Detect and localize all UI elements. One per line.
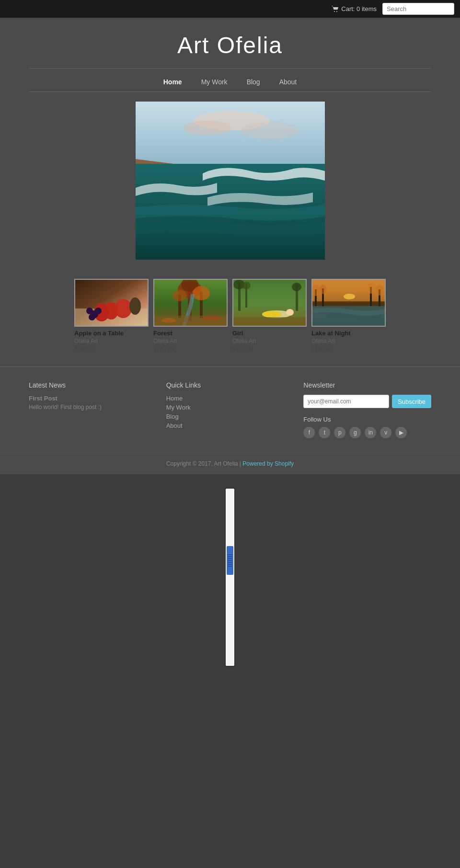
- scrollbar-line-4: [228, 560, 232, 561]
- svg-point-18: [129, 297, 141, 315]
- product-vendor-forest: Ofelia Art: [153, 338, 228, 344]
- scrollbar-line-5: [228, 562, 232, 563]
- top-bar: Cart: 0 items: [0, 0, 460, 18]
- copyright-text: Copyright © 2017, Art Ofelia |: [166, 460, 241, 467]
- footer-quick-links: Quick Links Home My Work Blog About: [166, 381, 294, 438]
- product-price-girl: $210.00: [232, 345, 307, 352]
- product-card-girl[interactable]: Girl Ofelia Art $210.00: [232, 279, 307, 352]
- search-input[interactable]: [382, 3, 454, 15]
- scrollbar-thumb[interactable]: [227, 546, 233, 575]
- svg-rect-40: [233, 317, 307, 327]
- svg-point-26: [172, 290, 187, 301]
- cart-label: Cart: 0 items: [341, 5, 377, 12]
- svg-point-16: [95, 308, 102, 314]
- footer-news-heading: Latest News: [29, 381, 157, 389]
- nav-blog[interactable]: Blog: [247, 78, 260, 86]
- svg-point-51: [376, 285, 383, 296]
- vimeo-icon[interactable]: v: [380, 427, 391, 438]
- product-card-lake[interactable]: Lake at Night Ofelia Art $230.00: [311, 279, 386, 352]
- product-card-apple[interactable]: Apple on a Table Ofelia Art $180.00: [74, 279, 149, 352]
- newsletter-email-input[interactable]: [303, 395, 389, 408]
- follow-us-label: Follow Us: [303, 416, 431, 423]
- newsletter-form: Subscribe: [303, 395, 431, 408]
- powered-by-shopify[interactable]: Powered by Shopify: [242, 460, 294, 467]
- hero-painting: [136, 102, 325, 260]
- svg-point-17: [89, 314, 95, 320]
- footer-link-mywork[interactable]: My Work: [166, 404, 294, 411]
- svg-point-24: [193, 286, 210, 300]
- copyright: Copyright © 2017, Art Ofelia | Powered b…: [0, 453, 460, 474]
- scrollbar-line-1: [228, 554, 232, 555]
- svg-point-29: [202, 315, 221, 321]
- svg-point-38: [262, 311, 281, 318]
- subscribe-button[interactable]: Subscribe: [392, 395, 431, 408]
- main-nav: Home My Work Blog About: [0, 73, 460, 91]
- youtube-icon[interactable]: ▶: [395, 427, 407, 438]
- cart-icon: [332, 5, 339, 13]
- footer-post-desc: Hello world! First blog post :): [29, 404, 157, 411]
- footer-newsletter-heading: Newsletter: [303, 381, 431, 389]
- svg-point-43: [344, 294, 355, 299]
- nav-my-work[interactable]: My Work: [201, 78, 228, 86]
- svg-point-5: [241, 122, 299, 139]
- product-name-apple: Apple on a Table: [74, 330, 149, 337]
- svg-point-47: [320, 285, 326, 294]
- twitter-icon[interactable]: t: [319, 427, 330, 438]
- google-plus-icon[interactable]: g: [349, 427, 361, 438]
- footer: Latest News First Post Hello world! Firs…: [0, 366, 460, 453]
- social-icons: f t p g in v ▶: [303, 427, 431, 438]
- footer-link-home[interactable]: Home: [166, 395, 294, 402]
- hero-container: [0, 102, 460, 274]
- svg-point-4: [184, 121, 231, 135]
- product-vendor-lake: Ofelia Art: [311, 338, 386, 344]
- scrollbar-track[interactable]: [226, 489, 234, 666]
- product-vendor-apple: Ofelia Art: [74, 338, 149, 344]
- product-thumb-lake: [311, 279, 386, 327]
- svg-point-34: [292, 283, 301, 291]
- scrollbar-line-6: [228, 564, 232, 565]
- svg-point-39: [286, 309, 294, 316]
- product-price-forest: $280.00: [153, 345, 228, 352]
- footer-newsletter: Newsletter Subscribe Follow Us f t p g i…: [303, 381, 431, 438]
- bottom-area: [0, 474, 460, 868]
- cart-info[interactable]: Cart: 0 items: [332, 5, 377, 13]
- svg-point-49: [367, 282, 375, 294]
- footer-quick-links-heading: Quick Links: [166, 381, 294, 389]
- footer-link-about[interactable]: About: [166, 422, 294, 429]
- nav-home[interactable]: Home: [163, 78, 182, 86]
- product-name-lake: Lake at Night: [311, 330, 386, 337]
- svg-point-0: [334, 11, 335, 12]
- footer-post-title[interactable]: First Post: [29, 395, 157, 402]
- scrollbar-line-2: [228, 556, 232, 557]
- product-price-apple: $180.00: [74, 345, 149, 352]
- svg-point-36: [242, 282, 251, 289]
- scrollbar-line-7: [228, 566, 232, 567]
- product-thumb-girl: [232, 279, 307, 327]
- instagram-icon[interactable]: in: [365, 427, 376, 438]
- nav-about[interactable]: About: [279, 78, 297, 86]
- facebook-icon[interactable]: f: [303, 427, 315, 438]
- product-price-lake: $230.00: [311, 345, 386, 352]
- svg-point-28: [161, 318, 176, 323]
- main-content: Art Ofelia Home My Work Blog About: [0, 18, 460, 474]
- svg-point-15: [86, 308, 93, 314]
- svg-point-1: [336, 11, 337, 12]
- product-name-girl: Girl: [232, 330, 307, 337]
- product-thumb-forest: [153, 279, 228, 327]
- footer-link-blog[interactable]: Blog: [166, 413, 294, 420]
- title-divider: [29, 68, 431, 69]
- site-title: Art Ofelia: [0, 18, 460, 63]
- scrollbar-line-3: [228, 558, 232, 559]
- product-grid: Apple on a Table Ofelia Art $180.00: [0, 274, 460, 366]
- product-thumb-apple: [74, 279, 149, 327]
- footer-news: Latest News First Post Hello world! Firs…: [29, 381, 157, 438]
- nav-divider: [29, 91, 431, 92]
- product-vendor-girl: Ofelia Art: [232, 338, 307, 344]
- pinterest-icon[interactable]: p: [334, 427, 345, 438]
- product-card-forest[interactable]: Forest Ofelia Art $280.00: [153, 279, 228, 352]
- product-name-forest: Forest: [153, 330, 228, 337]
